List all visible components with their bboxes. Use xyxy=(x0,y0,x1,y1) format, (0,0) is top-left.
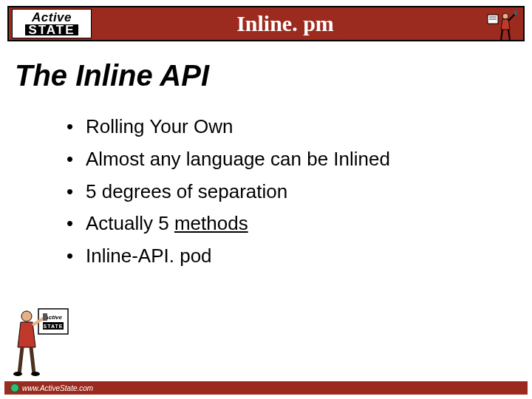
header-bar: Active STATE Inline. pm xyxy=(7,6,525,41)
list-item: Almost any language can be Inlined xyxy=(66,147,502,172)
svg-rect-14 xyxy=(43,313,47,321)
footer-url: www.ActiveState.com xyxy=(10,381,93,395)
painter-figure-large-icon: Active STATE xyxy=(10,303,77,377)
svg-line-6 xyxy=(501,30,502,40)
painter-figure-icon xyxy=(486,9,517,41)
svg-line-16 xyxy=(31,347,34,374)
list-item: 5 degrees of separation xyxy=(66,180,502,205)
svg-line-15 xyxy=(19,347,22,374)
slide: Active STATE Inline. pm The Inline API R… xyxy=(0,0,532,399)
list-item: Actually 5 methods xyxy=(66,211,502,236)
header-title: Inline. pm xyxy=(92,11,523,36)
list-item: Rolling Your Own xyxy=(66,115,502,140)
bullet-text: 5 degrees of separation xyxy=(86,180,287,202)
logo-text-bottom: STATE xyxy=(25,24,78,35)
bullet-text: Inline-API. pod xyxy=(86,245,212,267)
bullet-text: Almost any language can be Inlined xyxy=(86,148,390,170)
bullet-list: Rolling Your Own Almost any language can… xyxy=(66,115,502,276)
globe-icon xyxy=(10,383,19,392)
svg-point-17 xyxy=(13,372,22,376)
footer-url-text: www.ActiveState.com xyxy=(22,384,93,392)
svg-point-12 xyxy=(21,311,32,321)
bullet-text: Actually 5 xyxy=(86,212,174,234)
bullet-text: Rolling Your Own xyxy=(86,115,233,137)
activestate-logo: Active STATE xyxy=(12,9,92,38)
list-item: Inline-API. pod xyxy=(66,244,502,269)
svg-text:STATE: STATE xyxy=(44,324,64,329)
svg-line-7 xyxy=(508,30,510,40)
svg-point-18 xyxy=(31,372,40,376)
bullet-text-underlined: methods xyxy=(174,212,248,234)
logo-text-top: Active xyxy=(32,12,72,23)
svg-point-3 xyxy=(502,13,508,19)
slide-title: The Inline API xyxy=(15,59,209,92)
svg-rect-8 xyxy=(38,309,68,334)
svg-rect-5 xyxy=(514,10,517,15)
